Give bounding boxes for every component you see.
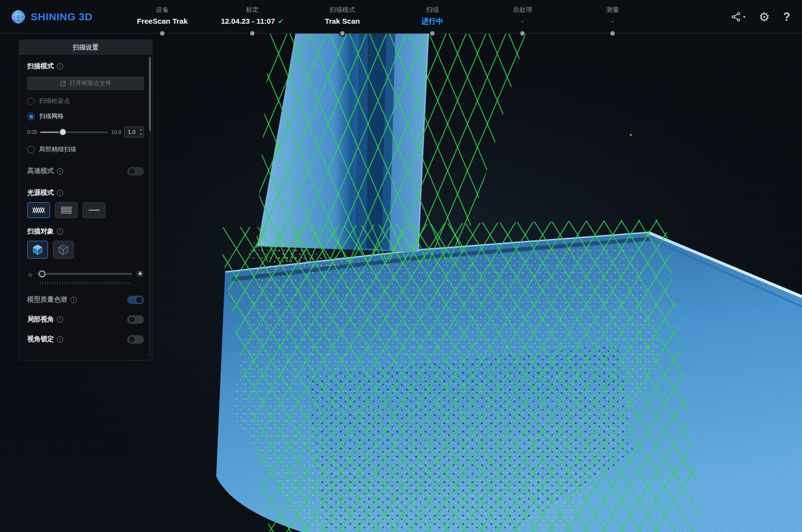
brightness-high-sun-icon: ☀ xyxy=(136,268,144,279)
resolution-slider[interactable] xyxy=(40,132,108,133)
step-post-processing[interactable]: 后处理 - xyxy=(477,0,567,34)
high-speed-info-icon[interactable]: i xyxy=(57,168,63,175)
workflow-steps: 设备 FreeScan Trak 标定 12.04.23 - 11:07✔ 扫描… xyxy=(117,0,658,34)
high-speed-row: 高速模式 i xyxy=(27,167,144,176)
calibration-success-check-icon: ✔ xyxy=(278,17,284,25)
step-scan[interactable]: 扫描 进行中 xyxy=(387,0,477,34)
model-quality-toggle[interactable] xyxy=(127,296,144,304)
option-local-fine-scan[interactable]: 局部精细扫描 xyxy=(27,145,144,154)
local-view-toggle[interactable] xyxy=(127,315,144,324)
toggle-knob xyxy=(128,336,136,343)
scan-mode-info-icon[interactable]: i xyxy=(57,63,63,70)
local-view-row: 局部视角 i xyxy=(27,315,144,324)
stepper-up-icon[interactable]: ▲ xyxy=(140,128,142,132)
resolution-max: 10.0 xyxy=(111,129,121,135)
scan-object-solid-button[interactable] xyxy=(27,241,48,259)
toggle-knob xyxy=(136,296,143,304)
brand: SHINING 3D xyxy=(11,0,93,34)
view-lock-row: 视角锁定 i xyxy=(27,335,144,344)
light-mode-crosshatch-button[interactable] xyxy=(27,202,50,218)
resolution-row: 0.05 10.0 1.0 ▲ ▼ xyxy=(27,127,144,137)
scan-settings-panel: 扫描设置 扫描模式 i 打开框架点文件 扫描框架点 xyxy=(19,40,152,360)
share-network-icon xyxy=(731,11,742,22)
settings-button[interactable]: ⚙ xyxy=(759,11,770,23)
stepper-down-icon[interactable]: ▼ xyxy=(140,133,142,136)
light-source-info-icon[interactable]: i xyxy=(57,190,63,196)
view-lock-label: 视角锁定 xyxy=(27,335,54,344)
topbar-actions: ▾ ⚙ ? xyxy=(731,0,790,34)
light-source-buttons xyxy=(27,202,144,218)
brightness-slider[interactable] xyxy=(37,273,132,275)
share-button[interactable]: ▾ xyxy=(731,11,746,22)
scan-object-textured-button[interactable] xyxy=(53,241,74,259)
crosshatch-lines-icon xyxy=(32,206,45,214)
brightness-slider-thumb[interactable] xyxy=(39,270,46,277)
local-view-label: 局部视角 xyxy=(27,315,54,324)
brightness-low-sun-icon: ☼ xyxy=(27,270,33,278)
toggle-knob xyxy=(128,316,136,323)
scan-object-info-icon[interactable]: i xyxy=(57,228,63,235)
model-quality-label: 模型质量色谱 xyxy=(27,295,67,304)
brand-logo-globe-icon xyxy=(11,9,26,24)
step-measurement[interactable]: 测量 - xyxy=(567,0,658,34)
scan-settings-title: 扫描设置 xyxy=(19,40,152,55)
top-bar: SHINING 3D 设备 FreeScan Trak 标定 12.04.23 … xyxy=(0,0,802,34)
view-lock-toggle[interactable] xyxy=(127,335,144,344)
local-view-info-icon[interactable]: i xyxy=(57,316,63,323)
resolution-value-input[interactable]: 1.0 ▲ ▼ xyxy=(124,127,144,137)
option-scan-frame-points[interactable]: 扫描框架点 xyxy=(27,97,144,105)
radio-icon xyxy=(27,146,35,153)
view-lock-info-icon[interactable]: i xyxy=(57,336,63,343)
brightness-row: ☼ ☀ xyxy=(27,268,144,279)
edit-file-icon xyxy=(60,80,66,87)
scan-object-buttons xyxy=(27,241,144,259)
brightness-tick-marks xyxy=(40,282,131,284)
resolution-slider-thumb[interactable] xyxy=(60,129,66,135)
step-device[interactable]: 设备 FreeScan Trak xyxy=(117,0,207,34)
model-quality-info-icon[interactable]: i xyxy=(70,297,77,303)
light-mode-single-line-button[interactable] xyxy=(83,202,105,218)
step-calibration[interactable]: 标定 12.04.23 - 11:07✔ xyxy=(207,0,297,34)
radio-icon xyxy=(27,97,35,105)
light-source-label: 光源模式 xyxy=(27,188,54,197)
resolution-min: 0.05 xyxy=(27,129,37,135)
help-question-icon: ? xyxy=(783,11,790,23)
scan-mode-label: 扫描模式 xyxy=(27,62,54,71)
brand-name: SHINING 3D xyxy=(31,11,93,23)
settings-gear-icon: ⚙ xyxy=(759,11,770,23)
left-sidebar: 相机窗口 ❯ 扫描设置 扫描模式 i 打开框架点文件 xyxy=(19,13,152,360)
scan-object-label: 扫描对象 xyxy=(27,227,54,236)
help-button[interactable]: ? xyxy=(783,11,790,23)
single-line-icon xyxy=(88,206,100,214)
step-scan-mode[interactable]: 扫描模式 Trak Scan xyxy=(297,0,387,34)
multi-line-icon xyxy=(60,206,73,214)
model-quality-row: 模型质量色谱 i xyxy=(27,295,144,304)
open-frame-file-button[interactable]: 打开框架点文件 xyxy=(27,77,144,90)
app-window: SHINING 3D 设备 FreeScan Trak 标定 12.04.23 … xyxy=(0,0,802,532)
settings-scrollbar-thumb[interactable] xyxy=(149,57,151,131)
toggle-knob xyxy=(128,168,136,175)
share-dropdown-caret-icon: ▾ xyxy=(743,14,746,19)
radio-icon xyxy=(27,113,35,120)
high-speed-toggle[interactable] xyxy=(127,167,144,176)
light-mode-multiline-button[interactable] xyxy=(55,202,78,218)
textured-cube-icon xyxy=(57,244,69,256)
solid-cube-icon xyxy=(32,244,44,256)
option-scan-mesh[interactable]: 扫描网格 xyxy=(27,112,144,121)
high-speed-label: 高速模式 xyxy=(27,167,54,176)
settings-scrollbar xyxy=(149,56,151,357)
